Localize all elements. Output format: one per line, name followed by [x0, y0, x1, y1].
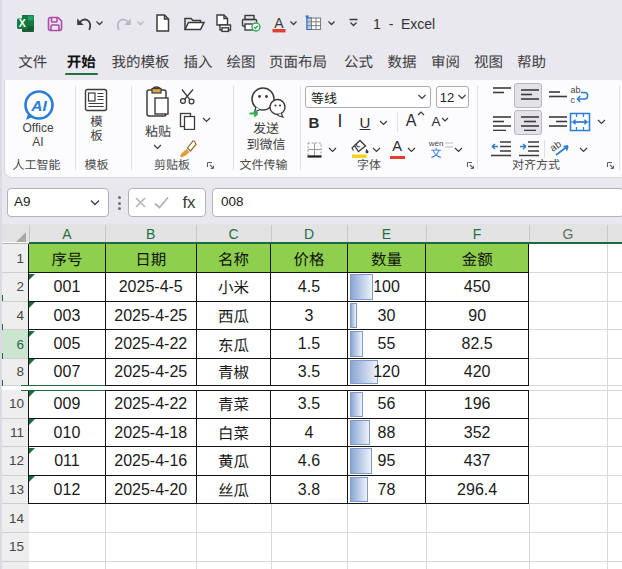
svg-text:AI: AI [30, 97, 47, 114]
svg-text:X: X [19, 17, 26, 29]
svg-text:ab: ab [571, 85, 581, 95]
svg-text:A: A [274, 15, 284, 31]
svg-text:文: 文 [431, 144, 442, 160]
svg-text:c: c [571, 95, 576, 105]
